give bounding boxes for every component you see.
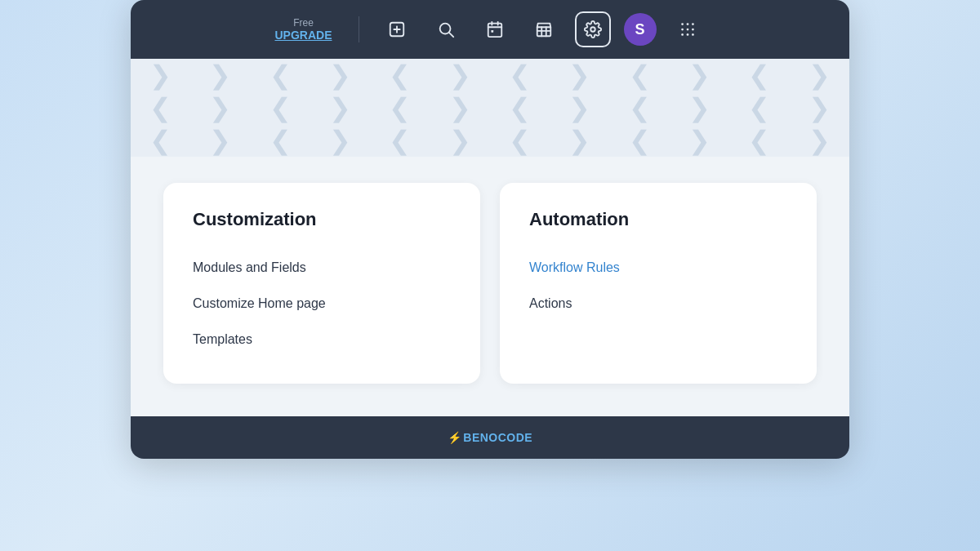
customize-home-item[interactable]: Customize Home page [193,286,451,322]
svg-point-15 [686,29,688,31]
calendar-button[interactable] [477,11,513,47]
svg-point-10 [590,27,595,32]
svg-point-11 [681,23,684,25]
brand: Free UPGRADE [274,17,332,42]
apps-button[interactable] [670,11,706,47]
actions-item[interactable]: Actions [529,286,787,322]
svg-point-14 [681,29,684,31]
search-button[interactable] [428,11,464,47]
customization-card: Customization Modules and Fields Customi… [163,183,480,384]
bolt-icon: ⚡ [448,431,462,444]
navbar: Free UPGRADE [131,0,849,59]
store-icon [535,20,553,38]
svg-point-17 [681,33,684,36]
svg-point-19 [692,33,694,36]
svg-rect-5 [488,24,501,37]
banner-pattern: ❯ ❯ ❮ ❯ ❮ ❯ ❮ ❯ ❮ ❯ ❮ ❯ ❮ ❯ ❮ ❯ ❮ ❯ ❮ ❯ … [131,59,849,157]
workflow-rules-item[interactable]: Workflow Rules [529,250,787,286]
settings-icon [584,20,602,38]
content-area: Customization Modules and Fields Customi… [131,157,849,416]
free-label: Free [293,17,314,29]
calendar-icon [486,20,504,38]
footer: ⚡BENOCODE [131,416,849,459]
banner: ❯ ❯ ❮ ❯ ❮ ❯ ❮ ❯ ❮ ❯ ❮ ❯ ❮ ❯ ❮ ❯ ❮ ❯ ❮ ❯ … [131,59,849,157]
settings-button[interactable] [575,11,611,47]
main-container: Free UPGRADE [131,0,849,459]
upgrade-link[interactable]: UPGRADE [274,29,332,42]
plus-icon [388,20,406,38]
apps-icon [679,20,697,38]
avatar[interactable]: S [624,13,657,46]
search-icon [437,20,455,38]
templates-item[interactable]: Templates [193,322,451,358]
modules-fields-item[interactable]: Modules and Fields [193,250,451,286]
automation-card: Automation Workflow Rules Actions [500,183,817,384]
add-button[interactable] [379,11,415,47]
svg-line-4 [449,33,453,37]
nav-divider [359,16,359,42]
automation-title: Automation [529,209,787,230]
svg-point-12 [686,23,688,25]
svg-point-13 [692,23,694,25]
store-button[interactable] [526,11,562,47]
svg-point-18 [686,33,688,36]
footer-brand: ⚡BENOCODE [448,431,532,444]
customization-title: Customization [193,209,451,230]
svg-point-16 [692,29,694,31]
svg-rect-9 [491,30,493,33]
